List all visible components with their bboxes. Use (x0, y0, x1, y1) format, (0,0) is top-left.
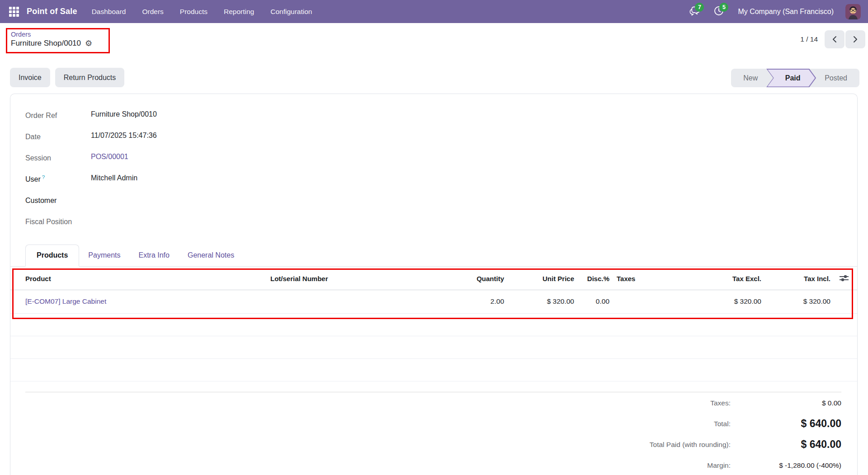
notebook-tabs: Products Payments Extra Info General Not… (10, 245, 857, 267)
breadcrumb-parent-link[interactable]: Orders (11, 31, 92, 38)
total-row-taxes: Taxes: $ 0.00 (10, 393, 857, 414)
optional-columns-icon[interactable] (839, 274, 849, 282)
field-session: Session POS/00001 (25, 147, 354, 169)
pager-previous-button[interactable] (825, 30, 844, 48)
column-header-tax-incl[interactable]: Tax Incl. (761, 268, 830, 290)
column-header-product[interactable]: Product (10, 268, 270, 290)
column-header-lot-serial[interactable]: Lot/serial Number (270, 268, 424, 290)
total-label-total: Total: (714, 420, 731, 428)
field-label-user: User? (25, 174, 91, 183)
activities-button[interactable]: 5 (713, 6, 726, 18)
empty-row (10, 313, 857, 336)
state-step-new[interactable]: New (731, 69, 770, 87)
menu-orders[interactable]: Orders (142, 8, 163, 16)
totals-separator (25, 392, 841, 392)
total-value-margin: $ -1,280.00 (-400%) (731, 461, 841, 470)
state-step-posted[interactable]: Posted (812, 69, 859, 87)
total-row-total: Total: $ 640.00 (10, 414, 857, 434)
column-header-unit-price[interactable]: Unit Price (504, 268, 574, 290)
return-products-button[interactable]: Return Products (55, 68, 125, 87)
tab-extra-info[interactable]: Extra Info (129, 245, 178, 266)
total-label-margin: Margin: (707, 461, 731, 470)
main-menu: Dashboard Orders Products Reporting Conf… (92, 8, 312, 16)
field-value-order-ref[interactable]: Furniture Shop/0010 (91, 110, 354, 121)
top-navbar: Point of Sale Dashboard Orders Products … (0, 0, 868, 23)
empty-row (10, 336, 857, 358)
total-label-total-paid: Total Paid (with rounding): (650, 441, 731, 449)
total-row-margin: Margin: $ -1,280.00 (-400%) (10, 455, 857, 475)
field-customer: Customer (25, 190, 354, 211)
form-sheet: Order Ref Furniture Shop/0010 Date 11/07… (10, 94, 858, 475)
field-label-session: Session (25, 154, 91, 162)
pager-count: 1 / 14 (800, 35, 818, 43)
field-label-customer: Customer (25, 197, 91, 205)
total-value-taxes: $ 0.00 (731, 399, 841, 407)
total-value-total-paid: $ 640.00 (731, 438, 841, 451)
field-user: User? Mitchell Admin (25, 169, 354, 190)
menu-configuration[interactable]: Configuration (270, 8, 312, 16)
state-step-paid-active[interactable]: Paid (766, 69, 816, 87)
app-name[interactable]: Point of Sale (27, 7, 77, 16)
cell-tax-excl: $ 320.00 (717, 290, 761, 313)
field-date: Date 11/07/2025 15:47:36 (25, 126, 354, 147)
menu-reporting[interactable]: Reporting (224, 8, 254, 16)
field-value-fiscal-position[interactable] (91, 216, 354, 227)
field-label-date: Date (25, 133, 91, 141)
activities-badge: 5 (719, 3, 728, 12)
messages-badge: 7 (695, 3, 704, 12)
cell-quantity: 2.00 (424, 290, 504, 313)
field-label-order-ref: Order Ref (25, 112, 91, 120)
total-row-total-paid: Total Paid (with rounding): $ 640.00 (10, 434, 857, 455)
apps-grid-icon[interactable] (8, 6, 20, 18)
table-header-row: Product Lot/serial Number Quantity Unit … (10, 268, 857, 290)
state-pipeline: New Paid Posted (731, 69, 859, 87)
empty-row (10, 358, 857, 381)
cell-taxes (609, 290, 717, 313)
chevron-right-icon (853, 36, 858, 43)
menu-dashboard[interactable]: Dashboard (92, 8, 126, 16)
field-order-ref: Order Ref Furniture Shop/0010 (25, 105, 354, 126)
settings-gear-icon[interactable]: ⚙ (85, 39, 92, 47)
field-value-date[interactable]: 11/07/2025 15:47:36 (91, 132, 354, 142)
tab-general-notes[interactable]: General Notes (179, 245, 243, 266)
pager: 1 / 14 (800, 30, 865, 48)
pager-next-button[interactable] (845, 30, 865, 48)
cell-discount: 0.00 (574, 290, 609, 313)
breadcrumb: Orders Furniture Shop/0010 ⚙ (11, 31, 92, 48)
help-question-icon[interactable]: ? (42, 174, 45, 180)
column-header-discount[interactable]: Disc.% (574, 268, 609, 290)
cell-tax-incl: $ 320.00 (761, 290, 830, 313)
product-link[interactable]: [E-COM07] Large Cabinet (25, 297, 106, 305)
tab-products[interactable]: Products (25, 245, 79, 267)
order-line-row[interactable]: [E-COM07] Large Cabinet 2.00 $ 320.00 0.… (10, 290, 857, 313)
column-header-taxes[interactable]: Taxes (609, 268, 717, 290)
control-panel: Orders Furniture Shop/0010 ⚙ 1 / 14 (0, 23, 868, 55)
order-fields: Order Ref Furniture Shop/0010 Date 11/07… (10, 105, 354, 232)
column-header-quantity[interactable]: Quantity (424, 268, 504, 290)
breadcrumb-current: Furniture Shop/0010 (11, 39, 81, 48)
menu-products[interactable]: Products (180, 8, 208, 16)
field-value-session-link[interactable]: POS/00001 (91, 153, 354, 164)
invoice-button[interactable]: Invoice (10, 68, 50, 87)
order-lines-table: Product Lot/serial Number Quantity Unit … (10, 268, 857, 381)
cell-lot (270, 290, 424, 313)
totals-block: Taxes: $ 0.00 Total: $ 640.00 Total Paid… (10, 393, 857, 475)
messages-button[interactable]: 7 (689, 6, 702, 18)
field-value-user[interactable]: Mitchell Admin (91, 174, 354, 185)
field-value-customer[interactable] (91, 195, 354, 206)
company-switcher[interactable]: My Company (San Francisco) (738, 8, 834, 16)
chevron-left-icon (832, 36, 837, 43)
field-fiscal-position: Fiscal Position (25, 211, 354, 232)
total-value-total: $ 640.00 (731, 418, 841, 430)
total-label-taxes: Taxes: (710, 399, 731, 407)
status-bar: Invoice Return Products New Paid Posted (0, 55, 868, 94)
cell-unit-price: $ 320.00 (504, 290, 574, 313)
tab-payments[interactable]: Payments (79, 245, 129, 266)
user-avatar[interactable] (845, 4, 861, 19)
field-label-fiscal-position: Fiscal Position (25, 218, 91, 226)
column-header-tax-excl[interactable]: Tax Excl. (717, 268, 761, 290)
